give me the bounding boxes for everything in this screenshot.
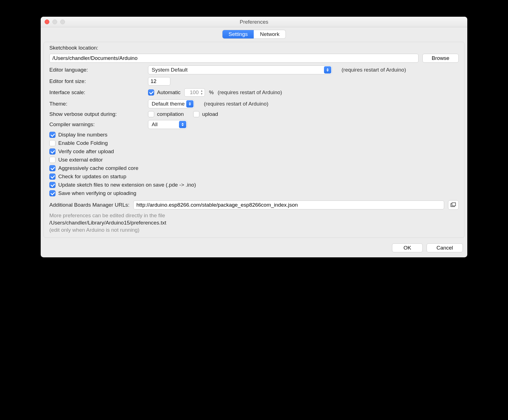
editor-language-label: Editor language:	[49, 67, 144, 73]
interface-scale-automatic-checkbox[interactable]: Automatic	[148, 89, 180, 96]
editor-language-select[interactable]: System Default	[148, 65, 332, 74]
verbose-label: Show verbose output during:	[49, 111, 144, 117]
chevron-updown-icon	[179, 121, 186, 128]
checkbox-icon	[49, 182, 55, 188]
checkbox-icon	[49, 148, 55, 155]
use-external-editor-checkbox[interactable]: Use external editor	[49, 157, 459, 163]
window-title: Preferences	[41, 19, 467, 25]
checkbox-icon	[49, 165, 55, 171]
display-line-numbers-checkbox[interactable]: Display line numbers	[49, 132, 459, 138]
compiler-warnings-label: Compiler warnings:	[49, 121, 144, 128]
tab-settings[interactable]: Settings	[222, 30, 254, 38]
option-label: Use external editor	[58, 157, 103, 163]
ok-button[interactable]: OK	[392, 243, 423, 252]
sketchbook-label: Sketchbook location:	[49, 45, 459, 51]
option-label: Save when verifying or uploading	[58, 190, 136, 196]
tab-segmented: Settings Network	[222, 30, 286, 38]
enable-code-folding-checkbox[interactable]: Enable Code Folding	[49, 140, 459, 146]
theme-select[interactable]: Default theme	[148, 99, 194, 108]
verbose-upload-text: upload	[202, 111, 218, 117]
options-list: Display line numbers Enable Code Folding…	[49, 132, 459, 196]
percent-sign: %	[209, 89, 214, 96]
window-expand-icon	[451, 202, 456, 207]
verbose-compilation-checkbox[interactable]: compilation	[148, 111, 184, 117]
settings-panel: Sketchbook location: Browse Editor langu…	[43, 42, 465, 238]
checkbox-icon	[49, 174, 55, 180]
verbose-compilation-text: compilation	[157, 111, 184, 117]
checkbox-icon	[193, 111, 199, 117]
chevron-updown-icon	[186, 100, 193, 108]
interface-scale-label: Interface scale:	[49, 89, 144, 96]
preferences-file-path[interactable]: /Users/chandler/Library/Arduino15/prefer…	[49, 220, 459, 226]
save-when-verify-checkbox[interactable]: Save when verifying or uploading	[49, 190, 459, 196]
boards-url-label: Additional Boards Manager URLs:	[49, 202, 129, 208]
dialog-footer: OK Cancel	[41, 241, 467, 257]
more-prefs-line2: (edit only when Arduino is not running)	[49, 227, 459, 233]
interface-scale-auto-text: Automatic	[157, 89, 180, 96]
option-label: Check for updates on startup	[58, 174, 126, 180]
option-label: Aggressively cache compiled core	[58, 165, 138, 171]
sketchbook-location-input[interactable]	[49, 54, 419, 63]
theme-label: Theme:	[49, 101, 144, 107]
boards-url-input[interactable]	[133, 201, 444, 209]
checkbox-icon	[148, 89, 154, 96]
editor-language-note: (requires restart of Arduino)	[342, 67, 406, 73]
tab-strip: Settings Network	[41, 27, 467, 42]
aggressive-cache-checkbox[interactable]: Aggressively cache compiled core	[49, 165, 459, 171]
font-size-input[interactable]	[148, 77, 170, 86]
verify-after-upload-checkbox[interactable]: Verify code after upload	[49, 148, 459, 155]
compiler-warnings-select[interactable]: All	[148, 120, 187, 129]
update-extension-checkbox[interactable]: Update sketch files to new extension on …	[49, 182, 459, 188]
checkbox-icon	[49, 140, 55, 146]
checkbox-icon	[148, 111, 154, 117]
option-label: Update sketch files to new extension on …	[58, 182, 196, 188]
interface-scale-note: (requires restart of Arduino)	[217, 89, 282, 96]
checkbox-icon	[49, 157, 55, 163]
more-prefs-line1: More preferences can be edited directly …	[49, 213, 459, 219]
font-size-label: Editor font size:	[49, 78, 144, 84]
option-label: Verify code after upload	[58, 148, 114, 155]
compiler-warnings-value: All	[152, 121, 158, 128]
chevron-updown-icon	[324, 66, 331, 74]
editor-language-value: System Default	[152, 67, 188, 73]
tab-network[interactable]: Network	[254, 30, 286, 38]
theme-note: (requires restart of Arduino)	[204, 101, 268, 107]
option-label: Enable Code Folding	[58, 140, 108, 146]
titlebar: Preferences	[41, 17, 467, 27]
cancel-button[interactable]: Cancel	[427, 243, 463, 252]
boards-url-expand-button[interactable]	[448, 200, 459, 210]
checkbox-icon	[49, 132, 55, 138]
interface-scale-spinner[interactable]: ▲▼	[184, 88, 205, 97]
check-updates-checkbox[interactable]: Check for updates on startup	[49, 174, 459, 180]
checkbox-icon	[49, 190, 55, 196]
verbose-upload-checkbox[interactable]: upload	[193, 111, 218, 117]
preferences-window: Preferences Settings Network Sketchbook …	[41, 17, 467, 257]
option-label: Display line numbers	[58, 132, 107, 138]
theme-value: Default theme	[152, 101, 185, 107]
svg-rect-1	[452, 203, 456, 206]
stepper-icon: ▲▼	[200, 90, 205, 95]
browse-button[interactable]: Browse	[422, 54, 459, 63]
interface-scale-value	[185, 89, 200, 96]
